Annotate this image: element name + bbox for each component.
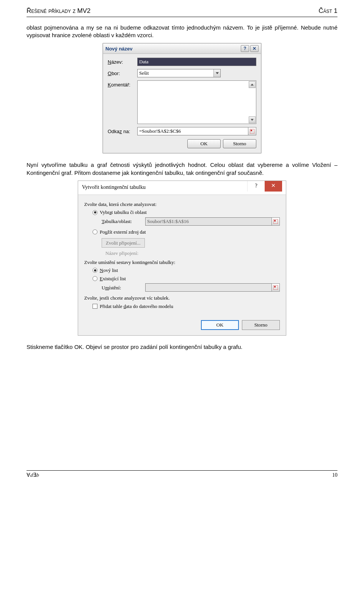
chevron-down-icon[interactable]: [213, 69, 220, 77]
checkbox-data-model-label: Přidat tahle data do datového modelu: [100, 303, 173, 310]
checkbox-off-icon: [93, 304, 97, 309]
comment-label: Komentář:: [108, 80, 137, 88]
range-selector-icon[interactable]: [271, 217, 280, 226]
cancel-button[interactable]: Storno: [242, 320, 280, 330]
name-input[interactable]: [137, 58, 256, 66]
location-label: Umístění:: [102, 284, 145, 291]
close-icon[interactable]: ✕: [250, 45, 259, 52]
paragraph-2: Nyní vytvoříme tabulku a graf četnosti v…: [27, 161, 337, 177]
connection-name-label: Název připojení:: [105, 250, 280, 257]
radio-on-icon: [93, 210, 97, 215]
radio-existing-label: Existující list: [100, 275, 126, 282]
scope-label: Obor:: [108, 69, 137, 77]
dialog1-title: Nový název: [105, 46, 133, 52]
radio-select-table[interactable]: Vybrat tabulku či oblast: [93, 209, 280, 216]
radio-existing-sheet[interactable]: Existující list: [93, 275, 280, 282]
svg-rect-1: [251, 130, 252, 131]
location-input[interactable]: [145, 283, 272, 292]
section-multiple-tables: Zvolte, jestli chcete analyzovat víc tab…: [84, 295, 280, 302]
footer-left: ∀𝑑∃𝑏: [27, 472, 39, 479]
ref-input[interactable]: [137, 127, 248, 135]
ok-button[interactable]: OK: [187, 139, 221, 148]
close-icon[interactable]: ✕: [265, 181, 282, 192]
section-placement: Zvolte umístění sestavy kontingenční tab…: [84, 259, 280, 266]
ok-button[interactable]: OK: [201, 320, 239, 330]
radio-new-sheet-label: Nový list: [100, 267, 118, 274]
svg-rect-3: [274, 220, 276, 221]
radio-new-sheet[interactable]: Nový list: [93, 267, 280, 274]
dialog-new-name: Nový název ? ✕ Název: /* underline hack …: [102, 43, 262, 154]
header-left: Řešené příklady z MV2: [27, 7, 91, 16]
scroll-down-icon[interactable]: [249, 116, 256, 123]
range-selector-icon[interactable]: [271, 283, 280, 292]
name-label: Název:: [108, 58, 137, 66]
dialog2-title: Vytvořit kontingenční tabulku: [82, 184, 146, 191]
radio-external-source[interactable]: Použít externí zdroj dat: [93, 229, 280, 236]
radio-external-label: Použít externí zdroj dat: [100, 229, 146, 236]
dialog-create-pivot: Vytvořit kontingenční tabulku ? ✕ Zvolte…: [78, 181, 286, 336]
table-range-input[interactable]: [145, 217, 272, 226]
paragraph-1: oblast pojmenována a my se na ni budeme …: [27, 24, 337, 39]
paragraph-3: Stiskneme tlačítko OK. Objeví se prostor…: [27, 343, 337, 351]
radio-on-icon: [93, 268, 97, 273]
table-range-label: Tabulka/oblast:: [102, 218, 145, 225]
radio-select-table-label: Vybrat tabulku či oblast: [100, 209, 147, 216]
checkbox-data-model[interactable]: Přidat tahle data do datového modelu: [93, 303, 280, 310]
scope-select[interactable]: [137, 69, 221, 77]
svg-rect-5: [274, 286, 276, 287]
choose-connection-button: Zvolit připojení...: [102, 238, 145, 248]
comment-textarea[interactable]: [137, 80, 256, 124]
header-right: Část 1: [318, 7, 337, 16]
section-choose-data: Zvolte data, která chcete analyzovat:: [84, 201, 280, 208]
help-icon[interactable]: ?: [247, 181, 265, 192]
range-selector-icon[interactable]: [248, 127, 256, 135]
radio-off-icon: [93, 276, 97, 281]
footer-right: 10: [332, 472, 337, 479]
scroll-up-icon[interactable]: [249, 81, 256, 88]
radio-off-icon: [93, 229, 97, 234]
cancel-button[interactable]: Storno: [223, 139, 256, 148]
ref-label: Odkaz na:: [108, 127, 137, 135]
help-icon[interactable]: ?: [241, 45, 249, 52]
